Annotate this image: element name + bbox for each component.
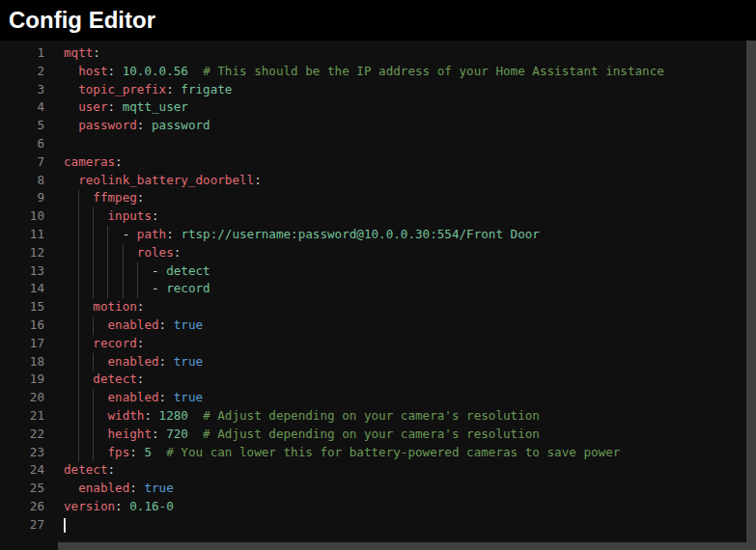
code-line[interactable]: detect: xyxy=(64,371,756,389)
whitespace xyxy=(64,173,78,187)
whitespace xyxy=(144,118,152,132)
token-punct: : xyxy=(254,173,262,187)
indent-guide xyxy=(78,207,79,226)
code-line[interactable]: cameras: xyxy=(64,153,756,172)
line-number: 4 xyxy=(0,98,44,117)
code-line[interactable]: host: 10.0.0.56 # This should be the IP … xyxy=(64,63,756,81)
whitespace xyxy=(64,481,78,495)
code-line[interactable]: - path: rtsp://username:password@10.0.0.… xyxy=(64,226,756,244)
token-key: width xyxy=(108,408,145,423)
indent-guide xyxy=(78,335,79,353)
whitespace xyxy=(64,445,108,459)
config-editor[interactable]: 1234567891011121314151617181920212223242… xyxy=(0,41,756,550)
token-punct: - xyxy=(123,227,137,241)
line-number: 11 xyxy=(0,226,44,244)
code-line[interactable]: enabled: true xyxy=(64,389,756,407)
page-title: Config Editor xyxy=(9,9,155,32)
token-punct: : xyxy=(108,462,116,477)
indent-guide xyxy=(137,280,138,298)
code-line[interactable]: enabled: true xyxy=(64,353,756,371)
code-lines[interactable]: mqtt: host: 10.0.0.56 # This should be t… xyxy=(54,41,756,550)
token-key: path xyxy=(137,227,166,241)
token-comment: # You can lower this for battery-powered… xyxy=(166,445,620,459)
line-number: 26 xyxy=(0,498,44,516)
token-punct: : xyxy=(174,245,182,260)
indent-guide xyxy=(107,226,108,244)
code-line[interactable]: roles: xyxy=(64,244,756,262)
code-line[interactable]: fps: 5 # You can lower this for battery-… xyxy=(64,444,756,462)
indent-guide xyxy=(93,444,94,462)
line-number: 2 xyxy=(0,63,44,81)
whitespace xyxy=(188,64,203,78)
whitespace xyxy=(64,408,108,423)
whitespace xyxy=(115,64,123,78)
code-line[interactable]: - detect xyxy=(64,262,756,281)
indent-guide xyxy=(93,407,94,426)
code-line[interactable] xyxy=(64,516,756,535)
token-punct: : xyxy=(137,371,145,386)
token-key: enabled xyxy=(108,317,159,332)
code-line[interactable]: enabled: true xyxy=(64,480,756,498)
code-line[interactable]: version: 0.16-0 xyxy=(64,498,756,516)
token-key: roles xyxy=(137,245,174,260)
line-number: 12 xyxy=(0,244,44,262)
token-punct: : xyxy=(129,481,137,495)
indent-guide xyxy=(93,426,94,444)
code-line[interactable]: password: password xyxy=(64,117,756,135)
indent-guide xyxy=(123,262,124,281)
indent-guide xyxy=(78,353,79,371)
horizontal-scrollbar[interactable] xyxy=(58,542,746,550)
indent-guide xyxy=(93,280,94,298)
code-line[interactable]: user: mqtt_user xyxy=(64,98,756,117)
header: Config Editor xyxy=(0,0,756,41)
whitespace xyxy=(64,245,137,260)
indent-guide xyxy=(93,226,94,244)
code-line[interactable]: ffmpeg: xyxy=(64,189,756,207)
token-key: password xyxy=(78,118,137,132)
whitespace xyxy=(64,208,108,223)
vertical-scrollbar[interactable] xyxy=(746,41,756,550)
token-key: host xyxy=(78,64,107,78)
code-line[interactable]: reolink_battery_doorbell: xyxy=(64,172,756,190)
code-line[interactable]: enabled: true xyxy=(64,316,756,335)
indent-guide xyxy=(137,262,138,281)
whitespace xyxy=(115,99,123,114)
token-val: frigate xyxy=(181,82,232,96)
indent-guide xyxy=(107,280,108,298)
indent-guide xyxy=(78,371,79,389)
code-line[interactable]: record: xyxy=(64,335,756,353)
token-val: password xyxy=(152,118,210,132)
indent-guide xyxy=(78,226,79,244)
code-line[interactable] xyxy=(64,135,756,153)
code-line[interactable]: motion: xyxy=(64,298,756,316)
line-number: 19 xyxy=(0,371,44,389)
whitespace xyxy=(152,445,166,459)
token-key: reolink_battery_doorbell xyxy=(78,173,254,187)
token-punct: : xyxy=(115,499,123,513)
whitespace xyxy=(152,408,159,423)
code-line[interactable]: width: 1280 # Adjust depending on your c… xyxy=(64,407,756,426)
code-line[interactable]: mqtt: xyxy=(64,44,756,63)
code-line[interactable]: inputs: xyxy=(64,207,756,226)
token-val: 0.16-0 xyxy=(129,499,174,513)
line-number: 9 xyxy=(0,189,44,207)
token-bool: true xyxy=(174,317,203,332)
line-number: 5 xyxy=(0,117,44,135)
whitespace xyxy=(64,426,108,441)
line-number: 14 xyxy=(0,280,44,298)
token-punct: : xyxy=(137,190,145,205)
token-punct: - xyxy=(152,281,166,295)
indent-guide xyxy=(78,316,79,335)
token-punct: : xyxy=(108,64,116,78)
text-cursor xyxy=(64,518,66,533)
code-line[interactable]: - record xyxy=(64,280,756,298)
indent-guide xyxy=(93,262,94,281)
code-line[interactable]: height: 720 # Adjust depending on your c… xyxy=(64,426,756,444)
code-line[interactable]: detect: xyxy=(64,461,756,480)
code-line[interactable]: topic_prefix: frigate xyxy=(64,81,756,99)
token-key: enabled xyxy=(108,354,159,369)
token-key: ffmpeg xyxy=(93,190,137,205)
line-number: 6 xyxy=(0,135,44,153)
token-key: motion xyxy=(93,299,137,314)
token-val: rtsp://username:password@10.0.0.30:554/F… xyxy=(181,227,540,241)
